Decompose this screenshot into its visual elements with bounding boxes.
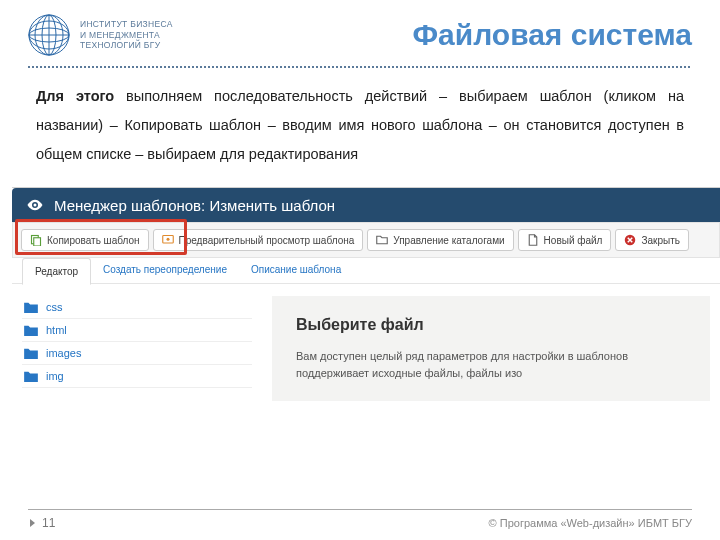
tab-description[interactable]: Описание шаблона [239, 257, 353, 284]
page-title: Файловая система [173, 18, 692, 52]
folder-icon [24, 370, 38, 382]
folder-item-images[interactable]: images [22, 342, 252, 365]
tab-editor[interactable]: Редактор [22, 258, 91, 285]
folder-icon [24, 324, 38, 336]
copyright: © Программа «Web-дизайн» ИБМТ БГУ [489, 517, 692, 529]
body-emphasis: Для этого [36, 88, 114, 104]
body-paragraph: Для этого выполняем последовательность д… [0, 68, 720, 187]
file-icon [527, 234, 539, 246]
app-titlebar: Менеджер шаблонов: Изменить шаблон [12, 188, 720, 222]
app-title: Менеджер шаблонов: Изменить шаблон [54, 197, 335, 214]
preview-template-button[interactable]: Предварительный просмотр шаблона [153, 229, 364, 251]
tabs: Редактор Создать переопределение Описани… [12, 257, 720, 284]
panel-text: Вам доступен целый ряд параметров для на… [296, 348, 686, 381]
copy-icon [30, 234, 42, 246]
close-icon [624, 234, 636, 246]
copy-template-button[interactable]: Копировать шаблон [21, 229, 149, 251]
panel-heading: Выберите файл [296, 316, 686, 334]
page-arrow-icon [28, 518, 38, 528]
body-rest: выполняем последовательность действий – … [36, 88, 684, 162]
preview-icon [162, 234, 174, 246]
institute-name: ИНСТИТУТ БИЗНЕСА И МЕНЕДЖМЕНТА ТЕХНОЛОГИ… [80, 19, 173, 51]
toolbar: Копировать шаблон Предварительный просмо… [12, 222, 720, 258]
folder-icon [24, 301, 38, 313]
screenshot-panel: Менеджер шаблонов: Изменить шаблон Копир… [12, 187, 720, 401]
slide-header: ИНСТИТУТ БИЗНЕСА И МЕНЕДЖМЕНТА ТЕХНОЛОГИ… [0, 0, 720, 66]
new-file-button[interactable]: Новый файл [518, 229, 612, 251]
folder-item-html[interactable]: html [22, 319, 252, 342]
svg-point-10 [166, 238, 169, 241]
tab-override[interactable]: Создать переопределение [91, 257, 239, 284]
folder-list: css html images img [22, 296, 252, 401]
manage-folders-button[interactable]: Управление каталогами [367, 229, 513, 251]
content-area: css html images img Выберите файл Вам до… [12, 283, 720, 401]
folder-manage-icon [376, 234, 388, 246]
folder-item-img[interactable]: img [22, 365, 252, 388]
page-number: 11 [28, 516, 55, 530]
folder-icon [24, 347, 38, 359]
svg-rect-8 [34, 238, 41, 246]
globe-icon [28, 14, 70, 56]
logo-block: ИНСТИТУТ БИЗНЕСА И МЕНЕДЖМЕНТА ТЕХНОЛОГИ… [28, 14, 173, 56]
right-panel: Выберите файл Вам доступен целый ряд пар… [272, 296, 710, 401]
close-button[interactable]: Закрыть [615, 229, 689, 251]
eye-icon [26, 196, 44, 214]
folder-item-css[interactable]: css [22, 296, 252, 319]
slide-footer: 11 © Программа «Web-дизайн» ИБМТ БГУ [28, 509, 692, 530]
